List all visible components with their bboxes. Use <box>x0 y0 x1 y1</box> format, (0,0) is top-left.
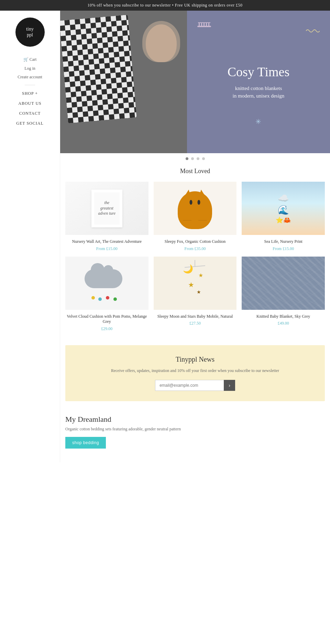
banner-text: 10% off when you subscribe to our newsle… <box>87 3 242 8</box>
create-account-link[interactable]: Create account <box>18 74 42 81</box>
svg-rect-1 <box>199 23 200 26</box>
dot-2[interactable] <box>191 157 194 160</box>
dot-4[interactable] <box>202 157 205 160</box>
sidebar-item-shop[interactable]: SHOP + <box>22 89 38 98</box>
shop-bedding-button[interactable]: shop bedding <box>65 437 106 449</box>
dreamland-section: My Dreamland Organic cotton bedding sets… <box>60 408 330 462</box>
hero-text-panel: Cosy Times knitted cotton blanketsin mod… <box>187 11 330 153</box>
product-card-cloud[interactable]: Velvet Cloud Cushion with Pom Poms, Mela… <box>65 257 148 331</box>
main-content: Cosy Times knitted cotton blanketsin mod… <box>60 11 330 462</box>
product-name-4: Sleepy Moon and Stars Baby Mobile, Natur… <box>157 314 233 319</box>
newsletter-email-input[interactable] <box>155 380 224 391</box>
product-image-sea: ☁️ 🌊 ⭐🦀 <box>242 182 325 235</box>
product-name-5: Knitted Baby Blanket, Sky Grey <box>256 314 310 319</box>
product-price-3: £29.00 <box>101 326 112 331</box>
top-banner: 10% off when you subscribe to our newsle… <box>0 0 330 11</box>
dreamland-text: Organic cotton bedding sets featuring ad… <box>65 427 325 432</box>
dreamland-title: My Dreamland <box>65 415 325 424</box>
social-label: GET SOCIAL <box>16 121 43 126</box>
newsletter-section: Tinyppl News Receive offers, updates, in… <box>65 345 325 401</box>
product-price-2: From £15.00 <box>273 246 294 251</box>
shop-btn-label: shop bedding <box>72 440 99 445</box>
dot-1[interactable] <box>186 157 188 160</box>
dot-3[interactable] <box>197 157 199 160</box>
sidebar-item-contact[interactable]: CONTACT <box>19 109 41 118</box>
logo-text: tinyppl <box>26 26 34 38</box>
hero-subtitle: knitted cotton blanketsin modern, unisex… <box>233 84 285 100</box>
product-image-blanket <box>242 257 325 310</box>
product-name-3: Velvet Cloud Cushion with Pom Poms, Mela… <box>65 314 148 325</box>
slider-dots <box>60 153 330 164</box>
hero-slider[interactable]: Cosy Times knitted cotton blanketsin mod… <box>60 11 330 153</box>
product-price-1: From £35.00 <box>184 246 206 251</box>
svg-rect-5 <box>208 23 209 26</box>
crib-decoration <box>197 21 211 30</box>
product-card-blanket[interactable]: Knitted Baby Blanket, Sky Grey £49.00 <box>242 257 325 331</box>
product-grid: the greatest adven ture Nursery Wall Art… <box>60 182 330 342</box>
sidebar: tinyppl 🛒 Cart Log in Create account SHO… <box>0 11 60 462</box>
sidebar-item-social[interactable]: GET SOCIAL <box>16 119 43 128</box>
about-label: ABOUT US <box>18 101 41 106</box>
wave-decoration <box>306 28 320 35</box>
svg-rect-2 <box>201 23 202 26</box>
svg-rect-3 <box>204 23 205 26</box>
newsletter-title: Tinyppl News <box>72 355 318 363</box>
cart-link[interactable]: 🛒 Cart <box>23 57 37 62</box>
contact-label: CONTACT <box>19 111 41 116</box>
product-image-nursery-wall: the greatest adven ture <box>65 182 148 235</box>
newsletter-btn-label: › <box>229 383 230 388</box>
product-name-0: Nursery Wall Art, The Greatest Adventure <box>72 239 142 245</box>
product-card-mobile[interactable]: 🌙 ★ ★ ★ Sleepy Moon and Stars Baby Mobil… <box>154 257 237 331</box>
star-decoration: ✳ <box>255 117 261 126</box>
product-name-1: Sleepy Fox, Organic Cotton Cushion <box>165 239 226 245</box>
product-card-fox[interactable]: Sleepy Fox, Organic Cotton Cushion From … <box>154 182 237 251</box>
product-price-5: £49.00 <box>278 321 289 326</box>
logo[interactable]: tinyppl <box>15 18 45 47</box>
newsletter-submit-button[interactable]: › <box>224 380 235 391</box>
newsletter-text: Receive offers, updates, inspiration and… <box>72 368 318 374</box>
product-card-sea[interactable]: ☁️ 🌊 ⭐🦀 Sea Life, Nursery Print From £15… <box>242 182 325 251</box>
product-image-fox <box>154 182 237 235</box>
checkered-blanket <box>60 15 137 123</box>
sidebar-nav: 🛒 Cart Log in Create account SHOP + ABOU… <box>3 57 56 128</box>
most-loved-title: Most Loved <box>60 168 330 175</box>
product-image-cloud <box>65 257 148 310</box>
login-link[interactable]: Log in <box>24 65 35 72</box>
shop-label: SHOP + <box>22 91 38 96</box>
sidebar-divider <box>25 85 35 85</box>
product-price-4: £27.50 <box>189 321 201 326</box>
sidebar-item-about[interactable]: ABOUT US <box>18 99 41 108</box>
product-image-mobile: 🌙 ★ ★ ★ <box>154 257 237 310</box>
product-name-2: Sea Life, Nursery Print <box>264 239 302 245</box>
hero-baby-photo <box>60 11 187 153</box>
product-card-nursery-wall[interactable]: the greatest adven ture Nursery Wall Art… <box>65 182 148 251</box>
svg-rect-4 <box>206 23 207 26</box>
hero-title: Cosy Times <box>228 64 290 79</box>
newsletter-form: › <box>72 380 318 391</box>
product-price-0: From £15.00 <box>96 246 118 251</box>
hero-image-panel <box>60 11 187 153</box>
